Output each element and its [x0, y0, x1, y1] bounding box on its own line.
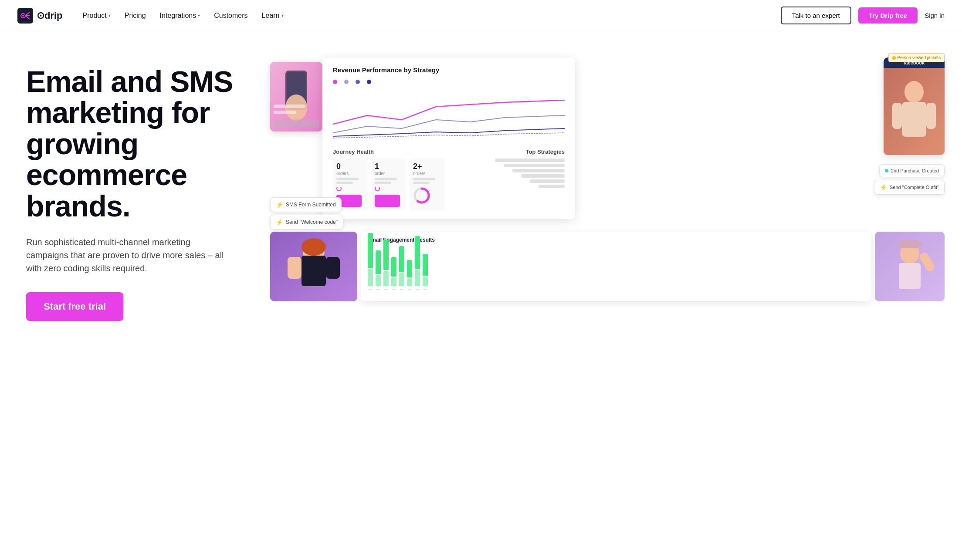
sms-form-badge: ⚡ SMS Form Submitted	[270, 197, 342, 212]
email-bar-chart: — — — —	[368, 247, 864, 291]
order-label-0: orders	[336, 171, 364, 176]
try-drip-free-button[interactable]: Try Drip free	[858, 7, 918, 24]
bar-group-8: —	[423, 254, 428, 291]
strategy-line-1	[495, 159, 565, 162]
svg-rect-9	[892, 103, 902, 129]
revenue-card: Revenue Performance by Strategy	[322, 57, 575, 219]
person-viewed-tag: Person viewed jackets	[888, 53, 945, 62]
woman-left-image	[270, 232, 357, 301]
bar-group-5: —	[399, 246, 404, 291]
talk-to-expert-button[interactable]: Talk to an expert	[781, 7, 851, 24]
order-box-2: 2+ orders	[410, 159, 444, 210]
journey-health-title: Journey Health	[333, 148, 444, 155]
strategy-line-2	[504, 164, 565, 167]
dot-icon	[892, 56, 896, 60]
strategy-line-6	[539, 185, 565, 188]
lightning-icon-3: ⚡	[880, 184, 887, 191]
lightning-icon-2: ⚡	[276, 219, 283, 226]
hero-visuals: Person viewed jackets facebook	[270, 57, 945, 301]
bar-light-7	[415, 270, 420, 286]
hero-section: Email and SMS marketing for growing ecom…	[0, 31, 962, 560]
bar-green-5	[399, 246, 404, 272]
chart-legend	[333, 80, 565, 84]
logo-text: ⊙drip	[37, 10, 63, 21]
bar-label-3: —	[384, 287, 388, 291]
outfit-badge: ⚡ Send "Complete Outfit"	[874, 180, 945, 195]
bar-group-7: —	[415, 236, 420, 291]
bar-light-2	[376, 275, 381, 286]
chevron-down-icon: ▾	[281, 13, 284, 18]
bar-light-4	[391, 277, 396, 286]
order-label-1: order	[375, 171, 403, 176]
bar-green-1	[368, 233, 373, 268]
bar-group-2: —	[376, 250, 381, 291]
bar-group-4: —	[391, 257, 396, 291]
revenue-chart	[333, 89, 565, 142]
nav-pricing[interactable]: Pricing	[119, 8, 152, 23]
order-count-2: 2+	[413, 162, 441, 171]
nav-product[interactable]: Product ▾	[77, 8, 117, 23]
svg-point-2	[22, 15, 24, 17]
legend-dot-3	[356, 80, 360, 84]
strategy-lines	[495, 159, 565, 188]
facebook-card: facebook	[884, 57, 945, 155]
nav-links: Product ▾ Pricing Integrations ▾ Custome…	[77, 8, 781, 23]
bar-light-3	[383, 271, 389, 286]
legend-dot-2	[344, 80, 349, 84]
hero-headline: Email and SMS marketing for growing ecom…	[26, 66, 253, 222]
nav-customers[interactable]: Customers	[208, 8, 254, 23]
svg-rect-22	[326, 257, 340, 279]
hero-text: Email and SMS marketing for growing ecom…	[26, 57, 253, 321]
chevron-down-icon: ▾	[108, 13, 111, 18]
bar-label-2: —	[376, 287, 380, 291]
bottom-row: Email Engagement Results — —	[270, 232, 945, 301]
bar-label-8: —	[423, 287, 427, 291]
bar-green-2	[376, 250, 381, 274]
bar-label-1: —	[369, 287, 372, 291]
purchase-badge: 2nd Purchase Created	[879, 164, 945, 177]
order-bar-1	[375, 195, 400, 207]
bar-green-4	[391, 257, 396, 277]
svg-rect-26	[901, 240, 918, 248]
sign-in-link[interactable]: Sign in	[925, 12, 945, 19]
bar-green-8	[423, 254, 428, 276]
hero-subtext: Run sophisticated multi-channel marketin…	[26, 236, 227, 275]
svg-rect-8	[902, 102, 926, 137]
bar-group-1: —	[368, 233, 373, 291]
nav-integrations[interactable]: Integrations ▾	[154, 8, 207, 23]
facebook-image	[884, 68, 945, 155]
svg-rect-27	[899, 263, 921, 289]
phone-card	[270, 62, 322, 132]
teal-dot-icon	[885, 169, 888, 172]
journey-section: Journey Health 0 orders	[333, 148, 565, 210]
top-strategies: Top Strategies	[495, 148, 565, 210]
bar-light-1	[368, 269, 373, 286]
order-count-0: 0	[336, 162, 364, 171]
lightning-icon: ⚡	[276, 201, 283, 208]
email-engagement-card: Email Engagement Results — —	[361, 232, 871, 301]
strategy-line-4	[521, 174, 565, 178]
svg-point-19	[301, 238, 326, 256]
strategy-line-3	[512, 169, 565, 172]
bar-light-8	[423, 277, 428, 286]
bar-group-3: —	[383, 240, 389, 291]
bar-label-5: —	[400, 287, 403, 291]
nav-learn[interactable]: Learn ▾	[256, 8, 290, 23]
bar-group-6: —	[407, 260, 412, 291]
svg-point-7	[904, 81, 924, 103]
legend-dot-4	[367, 80, 371, 84]
start-free-trial-button[interactable]: Start free trial	[26, 292, 123, 321]
bar-label-4: —	[392, 287, 396, 291]
navbar: ⊙drip Product ▾ Pricing Integrations ▾ C…	[0, 0, 962, 31]
woman-right-image	[875, 232, 945, 301]
nav-actions: Talk to an expert Try Drip free Sign in	[781, 7, 945, 24]
revenue-title: Revenue Performance by Strategy	[333, 66, 565, 74]
logo[interactable]: ⊙drip	[17, 8, 63, 24]
svg-rect-20	[301, 256, 326, 286]
legend-dot-1	[333, 80, 337, 84]
bar-light-5	[399, 273, 404, 286]
journey-health: Journey Health 0 orders	[333, 148, 444, 210]
journey-orders: 0 orders 1	[333, 159, 444, 210]
bar-green-7	[415, 236, 420, 269]
sms-welcome-badge: ⚡ Send "Welcome code"	[270, 215, 343, 229]
